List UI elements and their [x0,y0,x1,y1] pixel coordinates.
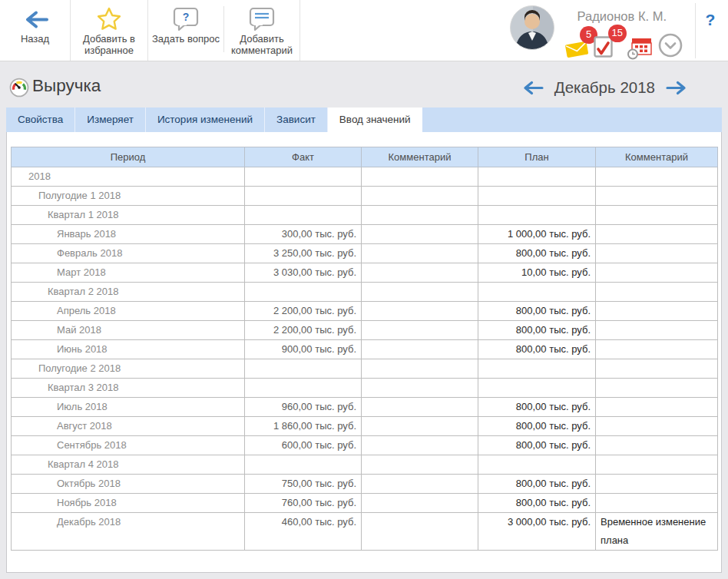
fact-cell[interactable] [245,187,362,206]
plan-cell[interactable]: 800,00 тыс. руб. [478,494,596,513]
plan-comment-cell[interactable]: Временное изменение плана [596,513,718,551]
add-favorite-button[interactable]: Добавить в избранное [71,0,147,61]
fact-comment-cell[interactable] [362,436,478,455]
plan-comment-cell[interactable] [596,436,718,455]
fact-cell[interactable]: 2 200,00 тыс. руб. [245,321,362,340]
help-button[interactable]: ? [697,11,723,29]
plan-cell[interactable] [478,283,596,302]
tasks-notifications-button[interactable]: 15 [593,35,614,62]
values-table: ПериодФактКомментарийПланКомментарий 201… [11,147,718,551]
plan-cell[interactable] [478,455,596,475]
plan-comment-cell[interactable] [596,494,718,513]
fact-comment-cell[interactable] [362,513,478,551]
plan-cell[interactable] [478,187,596,206]
fact-comment-cell[interactable] [362,455,478,475]
fact-comment-cell[interactable] [362,359,478,379]
fact-cell[interactable]: 1 860,00 тыс. руб. [245,417,362,436]
fact-comment-cell[interactable] [362,187,478,206]
back-button[interactable]: Назад [0,0,70,61]
plan-comment-cell[interactable] [596,379,718,398]
fact-cell[interactable] [245,167,362,187]
ask-question-button[interactable]: ? Задать вопрос [148,0,223,61]
fact-cell[interactable] [245,455,362,475]
fact-comment-cell[interactable] [362,283,478,302]
mail-icon [563,48,591,61]
fact-comment-cell[interactable] [362,167,478,187]
plan-cell[interactable]: 10,00 тыс. руб. [478,263,596,283]
fact-comment-cell[interactable] [362,340,478,359]
tab-bar: СвойстваИзмеряетИстория измененийЗависит… [6,108,722,132]
expand-menu-button[interactable] [657,32,683,61]
plan-cell[interactable] [478,359,596,379]
plan-cell[interactable]: 800,00 тыс. руб. [478,398,596,417]
plan-cell[interactable] [478,167,596,187]
fact-cell[interactable]: 460,00 тыс. руб. [245,513,362,551]
plan-comment-cell[interactable] [596,225,718,244]
svg-text:?: ? [183,11,190,23]
plan-comment-cell[interactable] [596,244,718,263]
fact-comment-cell[interactable] [362,379,478,398]
plan-cell[interactable]: 800,00 тыс. руб. [478,244,596,263]
plan-comment-cell[interactable] [596,283,718,302]
fact-cell[interactable]: 600,00 тыс. руб. [245,436,362,455]
fact-cell[interactable]: 3 250,00 тыс. руб. [245,244,362,263]
back-arrow-icon [21,5,50,33]
fact-comment-cell[interactable] [362,302,478,321]
fact-cell[interactable]: 750,00 тыс. руб. [245,475,362,494]
plan-comment-cell[interactable] [596,187,718,206]
fact-comment-cell[interactable] [362,494,478,513]
fact-cell[interactable]: 960,00 тыс. руб. [245,398,362,417]
fact-comment-cell[interactable] [362,398,478,417]
plan-cell[interactable]: 800,00 тыс. руб. [478,436,596,455]
plan-cell[interactable] [478,379,596,398]
plan-comment-cell[interactable] [596,206,718,225]
plan-cell[interactable]: 800,00 тыс. руб. [478,340,596,359]
prev-period-button[interactable] [521,80,544,96]
fact-cell[interactable]: 2 200,00 тыс. руб. [245,302,362,321]
fact-cell[interactable]: 300,00 тыс. руб. [245,225,362,244]
table-row: Квартал 2 2018 [12,283,718,302]
fact-comment-cell[interactable] [362,263,478,283]
plan-comment-cell[interactable] [596,398,718,417]
plan-comment-cell[interactable] [596,359,718,379]
fact-cell[interactable]: 760,00 тыс. руб. [245,494,362,513]
fact-cell[interactable]: 3 030,00 тыс. руб. [245,263,362,283]
plan-cell[interactable]: 800,00 тыс. руб. [478,302,596,321]
fact-comment-cell[interactable] [362,206,478,225]
period-cell: Полугодие 2 2018 [12,359,245,379]
tab-0[interactable]: Свойства [6,108,75,132]
plan-comment-cell[interactable] [596,340,718,359]
fact-comment-cell[interactable] [362,417,478,436]
plan-cell[interactable] [478,206,596,225]
plan-comment-cell[interactable] [596,475,718,494]
fact-cell[interactable] [245,359,362,379]
next-period-button[interactable] [665,80,688,96]
plan-cell[interactable]: 1 000,00 тыс. руб. [478,225,596,244]
fact-comment-cell[interactable] [362,225,478,244]
tab-2[interactable]: История изменений [146,108,265,132]
plan-cell[interactable]: 800,00 тыс. руб. [478,417,596,436]
fact-comment-cell[interactable] [362,475,478,494]
fact-cell[interactable] [245,283,362,302]
fact-cell[interactable] [245,379,362,398]
fact-comment-cell[interactable] [362,244,478,263]
add-comment-button[interactable]: Добавить комментарий [224,0,299,61]
plan-comment-cell[interactable] [596,321,718,340]
plan-comment-cell[interactable] [596,167,718,187]
tab-1[interactable]: Измеряет [75,108,146,132]
plan-comment-cell[interactable] [596,455,718,475]
plan-cell[interactable]: 800,00 тыс. руб. [478,321,596,340]
avatar[interactable] [510,5,554,50]
plan-cell[interactable]: 3 000,00 тыс. руб. [478,513,596,551]
plan-cell[interactable]: 800,00 тыс. руб. [478,475,596,494]
tab-4[interactable]: Ввод значений [328,108,422,132]
fact-cell[interactable] [245,206,362,225]
plan-comment-cell[interactable] [596,263,718,283]
fact-cell[interactable]: 900,00 тыс. руб. [245,340,362,359]
plan-comment-cell[interactable] [596,417,718,436]
mail-notifications-button[interactable]: 5 [563,38,591,61]
fact-comment-cell[interactable] [362,321,478,340]
calendar-button[interactable] [627,37,653,63]
plan-comment-cell[interactable] [596,302,718,321]
tab-3[interactable]: Зависит [265,108,328,132]
